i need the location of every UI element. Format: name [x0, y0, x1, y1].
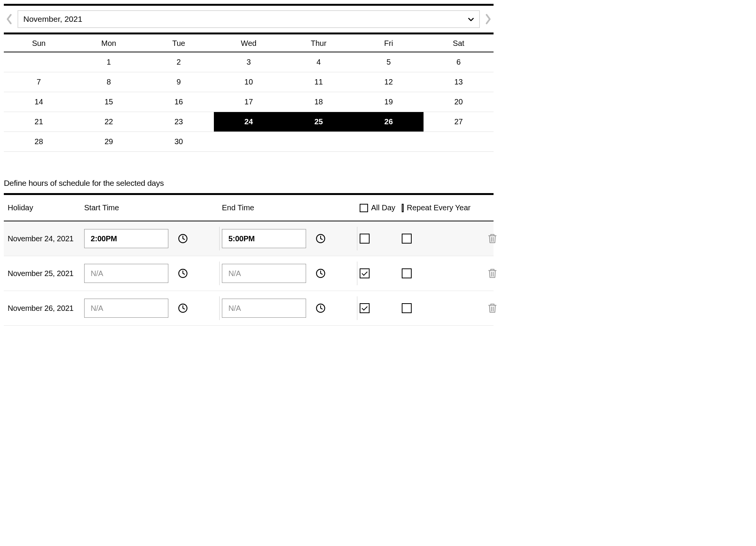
schedule-row: November 25, 2021N/AN/A: [4, 256, 494, 291]
calendar-row: 123456: [4, 52, 494, 72]
month-label: November, 2021: [23, 15, 82, 24]
start-time-input[interactable]: N/A: [84, 299, 168, 318]
calendar-header-cell: Mon: [74, 34, 144, 52]
calendar-day-cell[interactable]: 29: [74, 132, 144, 151]
repeat-checkbox[interactable]: [402, 234, 412, 244]
calendar-day-cell[interactable]: 1: [74, 52, 144, 72]
calendar-day-cell[interactable]: 17: [214, 92, 284, 112]
delete-row-button[interactable]: [471, 268, 497, 279]
calendar-day-cell[interactable]: 7: [4, 72, 74, 92]
col-all-day: All Day: [360, 203, 402, 212]
holiday-label: November 25, 2021: [8, 269, 84, 278]
repeat-cell: [402, 268, 471, 278]
calendar-day-cell[interactable]: 20: [424, 92, 494, 112]
calendar-row: 21222324252627: [4, 112, 494, 132]
calendar-day-cell[interactable]: 12: [354, 72, 424, 92]
clock-icon[interactable]: [315, 303, 326, 314]
schedule-row: November 26, 2021N/AN/A: [4, 291, 494, 326]
start-time-cell: N/A: [84, 299, 222, 318]
calendar-day-cell[interactable]: 6: [424, 52, 494, 72]
repeat-checkbox[interactable]: [402, 268, 412, 278]
all-day-checkbox[interactable]: [360, 268, 370, 278]
clock-icon[interactable]: [178, 233, 188, 244]
repeat-checkbox[interactable]: [402, 303, 412, 313]
calendar-day-cell[interactable]: 11: [284, 72, 354, 92]
calendar-body: 1234567891011121314151617181920212223242…: [4, 52, 494, 152]
prev-month-button[interactable]: [4, 14, 15, 24]
calendar-day-cell[interactable]: 21: [4, 112, 74, 132]
holiday-label: November 24, 2021: [8, 234, 84, 243]
end-time-cell: 5:00PM: [222, 229, 360, 248]
all-day-cell: [360, 268, 402, 278]
all-day-checkbox[interactable]: [360, 234, 370, 244]
calendar-empty-cell: [424, 132, 494, 151]
calendar-empty-cell: [214, 132, 284, 151]
end-time-input[interactable]: N/A: [222, 299, 306, 318]
all-day-checkbox[interactable]: [360, 303, 370, 313]
clock-icon[interactable]: [178, 268, 188, 279]
col-holiday: Holiday: [8, 203, 84, 212]
schedule-header-row: Holiday Start Time End Time All Day Repe…: [4, 193, 494, 221]
all-day-header-checkbox[interactable]: [360, 204, 368, 212]
calendar-day-cell[interactable]: 9: [144, 72, 214, 92]
month-select[interactable]: November, 2021: [18, 10, 480, 28]
chevron-down-icon: [468, 15, 474, 24]
calendar-header-cell: Sun: [4, 34, 74, 52]
calendar-header-row: SunMonTueWedThurFriSat: [4, 34, 494, 52]
repeat-header-label: Repeat Every Year: [407, 203, 471, 212]
calendar-day-cell[interactable]: 28: [4, 132, 74, 151]
col-end-time: End Time: [222, 203, 360, 212]
delete-row-button[interactable]: [471, 233, 497, 244]
end-time-cell: N/A: [222, 299, 360, 318]
delete-row-button[interactable]: [471, 303, 497, 314]
start-time-cell: N/A: [84, 264, 222, 283]
end-time-input[interactable]: N/A: [222, 264, 306, 283]
calendar-day-cell[interactable]: 22: [74, 112, 144, 132]
calendar-empty-cell: [284, 132, 354, 151]
all-day-header-label: All Day: [371, 203, 395, 212]
start-time-input[interactable]: 2:00PM: [84, 229, 168, 248]
calendar-day-cell[interactable]: 4: [284, 52, 354, 72]
start-time-input[interactable]: N/A: [84, 264, 168, 283]
calendar-day-cell[interactable]: 13: [424, 72, 494, 92]
calendar-day-cell[interactable]: 27: [424, 112, 494, 132]
calendar-day-cell[interactable]: 8: [74, 72, 144, 92]
schedule-row: November 24, 20212:00PM5:00PM: [4, 221, 494, 256]
month-nav: November, 2021: [4, 4, 494, 34]
repeat-header-checkbox[interactable]: [402, 204, 404, 212]
start-time-cell: 2:00PM: [84, 229, 222, 248]
calendar-day-cell[interactable]: 3: [214, 52, 284, 72]
calendar-day-cell[interactable]: 19: [354, 92, 424, 112]
calendar-header-cell: Tue: [144, 34, 214, 52]
calendar-header-cell: Wed: [214, 34, 284, 52]
col-start-time: Start Time: [84, 203, 222, 212]
calendar-day-cell[interactable]: 18: [284, 92, 354, 112]
calendar-row: 78910111213: [4, 72, 494, 92]
clock-icon[interactable]: [315, 268, 326, 279]
col-repeat: Repeat Every Year: [402, 203, 471, 212]
calendar-day-cell[interactable]: 23: [144, 112, 214, 132]
calendar-header-cell: Thur: [284, 34, 354, 52]
holiday-label: November 26, 2021: [8, 304, 84, 313]
calendar-header-cell: Sat: [424, 34, 494, 52]
end-time-cell: N/A: [222, 264, 360, 283]
section-title: Define hours of schedule for the selecte…: [4, 179, 494, 188]
calendar-day-cell[interactable]: 14: [4, 92, 74, 112]
calendar-day-cell[interactable]: 10: [214, 72, 284, 92]
calendar-day-cell[interactable]: 15: [74, 92, 144, 112]
calendar-row: 282930: [4, 132, 494, 152]
clock-icon[interactable]: [315, 233, 326, 244]
clock-icon[interactable]: [178, 303, 188, 314]
calendar-day-cell[interactable]: 26: [354, 112, 424, 132]
calendar-day-cell[interactable]: 16: [144, 92, 214, 112]
all-day-cell: [360, 234, 402, 244]
calendar-day-cell[interactable]: 30: [144, 132, 214, 151]
calendar-day-cell[interactable]: 2: [144, 52, 214, 72]
calendar-day-cell[interactable]: 5: [354, 52, 424, 72]
calendar-empty-cell: [4, 52, 74, 72]
end-time-input[interactable]: 5:00PM: [222, 229, 306, 248]
calendar-row: 14151617181920: [4, 92, 494, 112]
calendar-day-cell[interactable]: 25: [284, 112, 354, 132]
next-month-button[interactable]: [483, 14, 494, 24]
calendar-day-cell[interactable]: 24: [214, 112, 284, 132]
